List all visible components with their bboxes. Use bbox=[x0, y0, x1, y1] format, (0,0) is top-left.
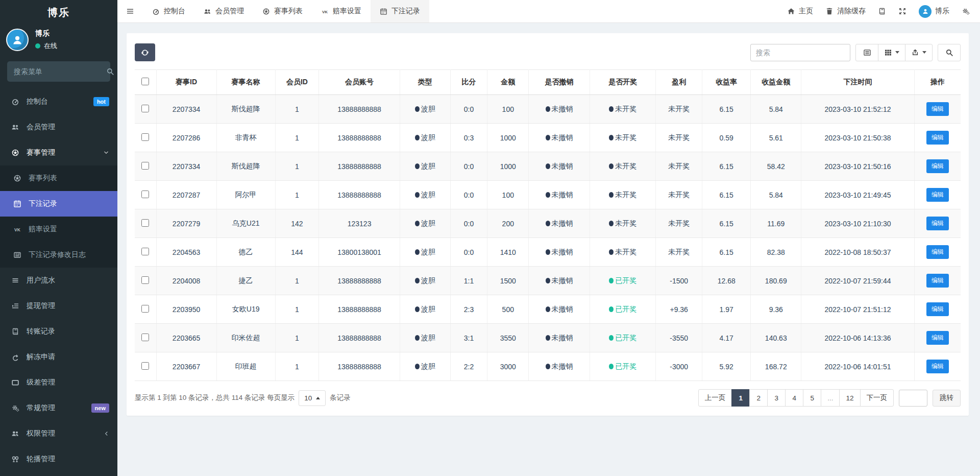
svg-text:VK: VK bbox=[322, 9, 328, 14]
card-view-button[interactable] bbox=[855, 44, 878, 61]
status-dot-icon bbox=[609, 249, 614, 255]
column-header-member_id[interactable]: 会员ID bbox=[275, 70, 319, 95]
sidebar-item-level[interactable]: 级差管理 bbox=[0, 370, 117, 395]
tab-member[interactable]: 会员管理 bbox=[194, 0, 253, 22]
row-checkbox[interactable] bbox=[141, 219, 149, 227]
page-size-select[interactable]: 10 bbox=[299, 390, 326, 406]
sidebar-item-unfreeze[interactable]: 解冻申请 bbox=[0, 344, 117, 370]
tab-bet-record[interactable]: 下注记录 bbox=[371, 0, 429, 22]
fullscreen-button[interactable] bbox=[898, 7, 906, 15]
topnav: 控制台会员管理赛事列表VK赔率设置下注记录 主页 清除缓存 博乐 bbox=[117, 0, 980, 23]
edit-button[interactable]: 编辑 bbox=[926, 245, 949, 259]
edit-button[interactable]: 编辑 bbox=[926, 217, 949, 230]
export-button[interactable] bbox=[905, 44, 933, 61]
sidebar-item-bet-record[interactable]: 下注记录 bbox=[0, 191, 117, 217]
sidebar-item-user-flow[interactable]: 用户流水 bbox=[0, 268, 117, 293]
row-checkbox[interactable] bbox=[141, 191, 149, 198]
cell-profit: 未开奖 bbox=[656, 152, 702, 181]
cell-value: 4.17 bbox=[720, 334, 733, 342]
column-header-profit[interactable]: 盈利 bbox=[656, 70, 702, 95]
jump-page-input[interactable] bbox=[899, 390, 927, 407]
clear-cache-link[interactable]: 清除缓存 bbox=[825, 7, 866, 16]
edit-button[interactable]: 编辑 bbox=[926, 360, 949, 373]
next-page-button[interactable]: 下一页 bbox=[860, 389, 894, 407]
column-header-revoke[interactable]: 是否撤销 bbox=[529, 70, 590, 95]
sidebar-item-match[interactable]: 赛事管理 bbox=[0, 140, 117, 165]
column-header-earn[interactable]: 收益金额 bbox=[751, 70, 801, 95]
edit-button[interactable]: 编辑 bbox=[926, 274, 949, 288]
sidebar-item-bet-log[interactable]: 下注记录修改日志 bbox=[0, 242, 117, 268]
tab-match-list[interactable]: 赛事列表 bbox=[253, 0, 312, 22]
edit-button[interactable]: 编辑 bbox=[926, 159, 949, 173]
refresh-button[interactable] bbox=[135, 43, 155, 61]
row-checkbox[interactable] bbox=[141, 305, 149, 313]
edit-button[interactable]: 编辑 bbox=[926, 331, 949, 345]
column-header-score[interactable]: 比分 bbox=[450, 70, 487, 95]
row-checkbox[interactable] bbox=[141, 334, 149, 341]
row-checkbox[interactable] bbox=[141, 105, 149, 112]
row-checkbox[interactable] bbox=[141, 133, 149, 141]
column-header-action[interactable]: 操作 bbox=[914, 70, 961, 95]
log-button[interactable] bbox=[878, 7, 886, 15]
table-search-input[interactable] bbox=[750, 44, 850, 61]
select-all-checkbox[interactable] bbox=[141, 78, 149, 85]
sidebar-item-general[interactable]: 常规管理new bbox=[0, 395, 117, 421]
cell-revoke: 未撤销 bbox=[529, 238, 590, 267]
column-header-account[interactable]: 会员账号 bbox=[319, 70, 400, 95]
sidebar-item-transfer[interactable]: 转账记录 bbox=[0, 319, 117, 344]
cell-member_id: 144 bbox=[275, 238, 319, 267]
user-menu[interactable]: 博乐 bbox=[919, 5, 949, 18]
cell-member_id: 1 bbox=[275, 124, 319, 152]
row-checkbox[interactable] bbox=[141, 276, 149, 284]
sidebar: 博乐 博乐 在线 控制台hot会员管理赛事管理赛事列表下注记录VK赔率设置下注记… bbox=[0, 0, 117, 476]
tab-console[interactable]: 控制台 bbox=[143, 0, 194, 22]
page-button-12[interactable]: 12 bbox=[839, 389, 860, 407]
prev-page-button[interactable]: 上一页 bbox=[698, 389, 732, 407]
column-header-id[interactable]: 赛事ID bbox=[156, 70, 216, 95]
columns-button[interactable] bbox=[878, 44, 905, 61]
sidebar-item-odds[interactable]: VK赔率设置 bbox=[0, 217, 117, 242]
page-button-5[interactable]: 5 bbox=[803, 389, 821, 407]
cell-rate: 6.15 bbox=[702, 152, 750, 181]
sidebar-item-carousel[interactable]: 轮播管理 bbox=[0, 446, 117, 472]
sidebar-item-permission[interactable]: 权限管理 bbox=[0, 421, 117, 446]
edit-button[interactable]: 编辑 bbox=[926, 302, 949, 316]
sidebar-item-console[interactable]: 控制台hot bbox=[0, 89, 117, 114]
page-button-1[interactable]: 1 bbox=[731, 389, 750, 407]
column-header-rate[interactable]: 收益率 bbox=[702, 70, 750, 95]
sidebar-item-withdraw[interactable]: 提现管理 bbox=[0, 293, 117, 319]
column-header-draw[interactable]: 是否开奖 bbox=[590, 70, 655, 95]
edit-button[interactable]: 编辑 bbox=[926, 188, 949, 202]
home-link[interactable]: 主页 bbox=[787, 7, 813, 16]
cell-value: 女欧U19 bbox=[232, 305, 260, 313]
sidebar-toggle-button[interactable] bbox=[117, 0, 143, 22]
expand-icon bbox=[898, 7, 906, 15]
search-toggle-button[interactable] bbox=[938, 44, 961, 61]
settings-button[interactable] bbox=[962, 7, 970, 15]
column-header-time[interactable]: 下注时间 bbox=[801, 70, 915, 95]
brand-logo[interactable]: 博乐 bbox=[0, 0, 117, 25]
column-header-type[interactable]: 类型 bbox=[400, 70, 450, 95]
row-checkbox[interactable] bbox=[141, 362, 149, 370]
tab-odds[interactable]: VK赔率设置 bbox=[312, 0, 371, 22]
futbol-icon bbox=[11, 149, 20, 157]
row-checkbox[interactable] bbox=[141, 248, 149, 255]
sidebar-item-match-list[interactable]: 赛事列表 bbox=[0, 165, 117, 191]
edit-button[interactable]: 编辑 bbox=[926, 102, 949, 116]
cell-check bbox=[135, 181, 156, 209]
page-button-3[interactable]: 3 bbox=[767, 389, 786, 407]
page-button-4[interactable]: 4 bbox=[785, 389, 803, 407]
edit-button[interactable]: 编辑 bbox=[926, 131, 949, 145]
page-button-2[interactable]: 2 bbox=[749, 389, 768, 407]
row-checkbox[interactable] bbox=[141, 162, 149, 170]
column-header-name[interactable]: 赛事名称 bbox=[216, 70, 275, 95]
sidebar-item-member[interactable]: 会员管理 bbox=[0, 114, 117, 140]
cell-account: 13888888888 bbox=[319, 181, 400, 209]
cell-amount: 200 bbox=[487, 209, 529, 238]
column-header-amount[interactable]: 金额 bbox=[487, 70, 529, 95]
cell-value: 1 bbox=[295, 363, 299, 371]
sidebar-search-input[interactable] bbox=[14, 67, 106, 76]
gear-icon bbox=[962, 7, 970, 15]
jump-button[interactable]: 跳转 bbox=[933, 390, 961, 407]
search-icon[interactable] bbox=[106, 67, 114, 76]
